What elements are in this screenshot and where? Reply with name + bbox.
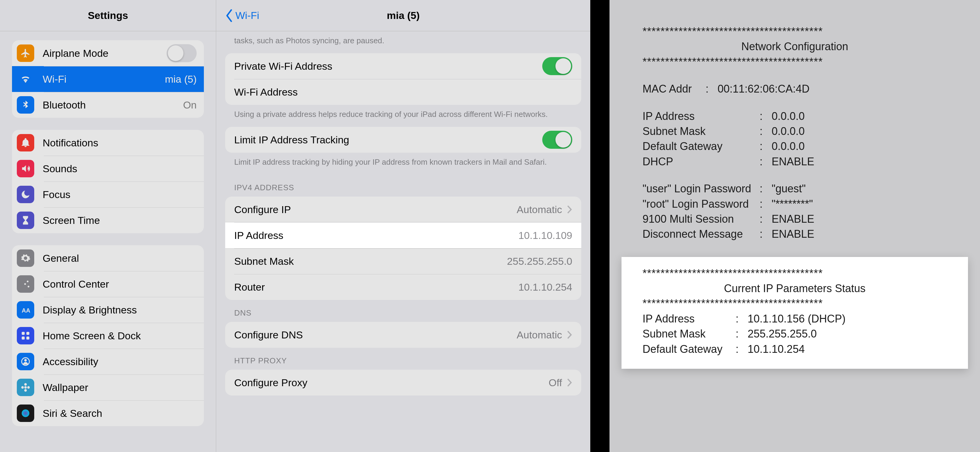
- cell-value: 10.1.10.254: [518, 281, 572, 293]
- cell-label: Configure Proxy: [234, 377, 549, 388]
- sidebar-item-label: Bluetooth: [43, 99, 183, 111]
- divider-stars: ****************************************: [643, 296, 947, 311]
- sidebar-item-home[interactable]: Home Screen & Dock: [12, 323, 204, 349]
- moon-icon: [17, 186, 34, 203]
- sidebar-item-label: Wallpaper: [43, 382, 197, 393]
- ipv4-header: IPV4 ADDRESS: [225, 175, 581, 196]
- cell-label: Configure DNS: [234, 329, 517, 341]
- sidebar-item-wall[interactable]: Wallpaper: [12, 374, 204, 400]
- slip-line: "user" Login Password:"guest": [643, 181, 947, 196]
- svg-point-13: [21, 386, 24, 389]
- settings-sidebar: Settings Airplane ModeWi-Fimia (5)Blueto…: [0, 0, 216, 452]
- printer-config-slip: ****************************************…: [590, 0, 980, 452]
- person-icon: [17, 353, 34, 370]
- cell-label: IP Address: [234, 230, 518, 241]
- back-button[interactable]: Wi-Fi: [225, 9, 259, 22]
- configure-dns-row[interactable]: Configure DNS Automatic: [225, 322, 581, 348]
- slip-line: Default Gateway:10.1.10.254: [643, 342, 947, 357]
- ipv4-group: Configure IP Automatic IP Address 10.1.1…: [225, 196, 581, 300]
- configure-proxy-row[interactable]: Configure Proxy Off: [225, 370, 581, 396]
- chevron-right-icon: [567, 330, 572, 339]
- speaker-icon: [17, 160, 34, 177]
- slip-line: DHCP:ENABLE: [643, 154, 947, 169]
- sidebar-item-label: Display & Brightness: [43, 304, 197, 316]
- cell-value: Automatic: [517, 329, 562, 341]
- cell-label: Router: [234, 281, 518, 293]
- ios-settings-screenshot: Settings Airplane ModeWi-Fimia (5)Blueto…: [0, 0, 590, 452]
- wifi-icon: [17, 70, 34, 88]
- divider-stars: ****************************************: [643, 24, 947, 39]
- svg-point-15: [22, 409, 29, 417]
- slip-line: Subnet Mask:255.255.255.0: [643, 326, 947, 342]
- configure-ip-row[interactable]: Configure IP Automatic: [225, 196, 581, 222]
- svg-point-10: [24, 386, 27, 389]
- sidebar-item-cc[interactable]: Control Center: [12, 271, 204, 297]
- divider-stars: ****************************************: [643, 266, 947, 281]
- svg-rect-5: [26, 332, 29, 335]
- chevron-right-icon: [567, 378, 572, 387]
- cell-label: Private Wi-Fi Address: [234, 61, 542, 72]
- sidebar-item-airplane[interactable]: Airplane Mode: [12, 40, 204, 66]
- sidebar-item-label: Control Center: [43, 278, 197, 290]
- low-data-help: tasks, such as Photos syncing, are pause…: [225, 31, 581, 53]
- sidebar-item-general[interactable]: General: [12, 245, 204, 271]
- router-row: Router 10.1.10.254: [225, 274, 581, 300]
- svg-text:AA: AA: [22, 307, 30, 314]
- cell-label: Subnet Mask: [234, 256, 507, 267]
- svg-rect-6: [22, 337, 25, 340]
- sidebar-item-sounds[interactable]: Sounds: [12, 156, 204, 182]
- sidebar-item-value: On: [183, 99, 197, 111]
- sidebar-item-value: mia (5): [165, 73, 197, 85]
- slip-line: "root" Login Password:"********": [643, 196, 947, 212]
- slip-line: IP Address:0.0.0.0: [643, 109, 947, 124]
- svg-point-1: [24, 283, 26, 285]
- grid-icon: [17, 327, 34, 344]
- cell-label: Limit IP Address Tracking: [234, 134, 542, 146]
- svg-point-0: [27, 281, 29, 283]
- slip-line: Default Gateway:0.0.0.0: [643, 139, 947, 154]
- gear-icon: [17, 249, 34, 267]
- sidebar-item-display[interactable]: AADisplay & Brightness: [12, 297, 204, 323]
- subnet-mask-row: Subnet Mask 255.255.255.0: [225, 248, 581, 274]
- slip-title-2: Current IP Parameters Status: [643, 281, 947, 296]
- bell-icon: [17, 134, 34, 152]
- sidebar-item-label: Notifications: [43, 137, 197, 149]
- slip-line: Disconnect Message:ENABLE: [643, 227, 947, 242]
- svg-point-12: [24, 389, 27, 392]
- svg-point-9: [24, 359, 27, 362]
- current-ip-status-block: ****************************************…: [622, 257, 968, 369]
- chevron-left-icon: [225, 9, 234, 22]
- airplane-toggle[interactable]: [167, 44, 197, 62]
- sidebar-item-focus[interactable]: Focus: [12, 182, 204, 208]
- private-wifi-address-row[interactable]: Private Wi-Fi Address: [225, 53, 581, 79]
- sidebar-item-label: Accessibility: [43, 356, 197, 367]
- limit-ip-tracking-row[interactable]: Limit IP Address Tracking: [225, 127, 581, 153]
- private-address-toggle[interactable]: [542, 57, 572, 75]
- sidebar-item-label: General: [43, 252, 197, 264]
- svg-rect-4: [22, 332, 25, 335]
- cell-value: 255.255.255.0: [507, 256, 572, 267]
- cell-label: Configure IP: [234, 204, 517, 216]
- sidebar-item-label: Focus: [43, 189, 197, 200]
- aa-icon: AA: [17, 301, 34, 319]
- wifi-address-row[interactable]: Wi-Fi Address: [225, 79, 581, 105]
- cell-value: 10.1.10.109: [518, 230, 572, 241]
- sidebar-item-screen[interactable]: Screen Time: [12, 208, 204, 233]
- detail-title: mia (5): [216, 10, 590, 21]
- private-address-help: Using a private address helps reduce tra…: [225, 105, 581, 127]
- slip-line: 9100 Multi Session:ENABLE: [643, 212, 947, 227]
- sidebar-item-wifi[interactable]: Wi-Fimia (5): [12, 66, 204, 92]
- slip-title-1: Network Configuration: [643, 39, 947, 54]
- chevron-right-icon: [567, 205, 572, 214]
- svg-point-11: [24, 383, 27, 386]
- sidebar-item-siri[interactable]: Siri & Search: [12, 400, 204, 426]
- settings-title: Settings: [0, 0, 216, 31]
- sidebar-item-notif[interactable]: Notifications: [12, 130, 204, 156]
- limit-tracking-toggle[interactable]: [542, 131, 572, 149]
- sidebar-item-access[interactable]: Accessibility: [12, 349, 204, 374]
- slip-line: IP Address:10.1.10.156 (DHCP): [643, 311, 947, 326]
- sidebar-item-label: Siri & Search: [43, 407, 197, 419]
- sidebar-item-label: Screen Time: [43, 215, 197, 226]
- sidebar-item-bluetooth[interactable]: BluetoothOn: [12, 92, 204, 118]
- hourglass-icon: [17, 212, 34, 229]
